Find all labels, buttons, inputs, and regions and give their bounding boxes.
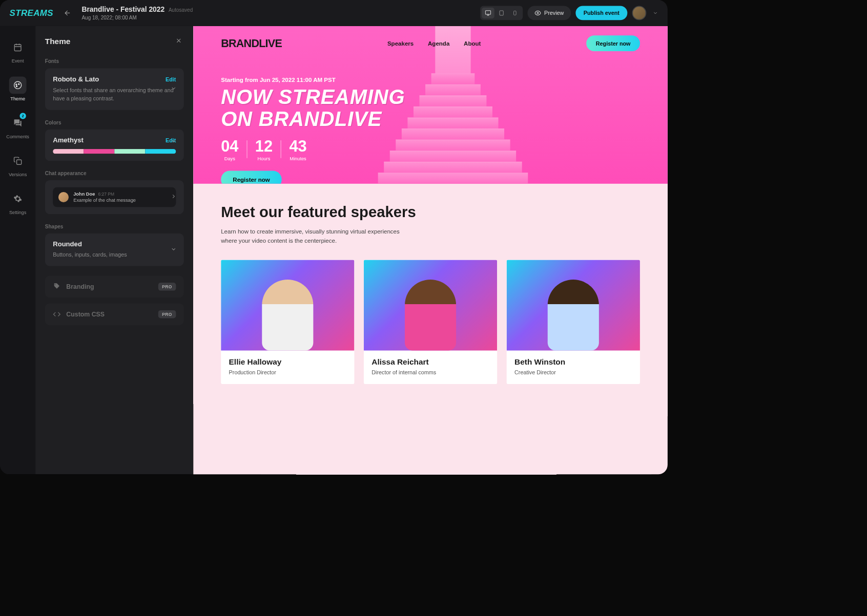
hero-headline-1: NOW STREAMING bbox=[221, 87, 640, 108]
close-panel-button[interactable] bbox=[174, 35, 184, 47]
preview-button[interactable]: Preview bbox=[528, 6, 571, 20]
device-desktop-button[interactable] bbox=[482, 8, 494, 19]
autosaved-label: Autosaved bbox=[169, 7, 193, 13]
user-avatar[interactable] bbox=[632, 6, 647, 20]
nav-speakers[interactable]: Speakers bbox=[387, 40, 414, 47]
fonts-card[interactable]: Roboto & Lato Edit Select fonts that sha… bbox=[45, 68, 184, 110]
count-mins: 43 bbox=[289, 137, 306, 155]
starting-text: Starting from Jun 25, 2022 11:00 AM PST bbox=[221, 76, 640, 83]
nav-about[interactable]: About bbox=[464, 40, 481, 47]
speaker-card[interactable]: Beth Winston Creative Director bbox=[507, 260, 640, 384]
nav-settings[interactable]: Settings bbox=[0, 185, 35, 220]
color-swatches bbox=[53, 149, 176, 154]
countdown: 04 Days 12 Hours 43 Minutes bbox=[221, 137, 640, 161]
desktop-icon bbox=[485, 10, 491, 16]
device-tablet-button[interactable] bbox=[495, 8, 508, 19]
count-hours: 12 bbox=[255, 137, 273, 155]
hero-headline-2: ON BRANDLIVE bbox=[221, 108, 640, 130]
chevron-down-icon bbox=[171, 85, 177, 93]
shapes-title: Rounded bbox=[53, 241, 176, 248]
shapes-card[interactable]: Rounded Buttons, inputs, cards, images bbox=[45, 233, 184, 266]
event-date: Aug 18, 2022; 08:00 AM bbox=[81, 14, 472, 20]
colors-card[interactable]: Amethyst Edit bbox=[45, 130, 184, 161]
count-mins-label: Minutes bbox=[289, 156, 306, 161]
speaker-image bbox=[507, 260, 640, 350]
fonts-edit-link[interactable]: Edit bbox=[166, 76, 176, 82]
mobile-icon bbox=[512, 10, 517, 16]
color-swatch bbox=[114, 149, 145, 154]
app-logo: STREAMS bbox=[9, 8, 53, 18]
fonts-section-label: Fonts bbox=[45, 58, 184, 65]
sidebar-nav: Event Theme 2 Comments Versions Settings bbox=[0, 26, 35, 474]
nav-theme-label: Theme bbox=[10, 96, 25, 102]
chat-avatar bbox=[58, 192, 69, 202]
custom-css-item[interactable]: Custom CSS PRO bbox=[45, 303, 184, 325]
chat-card[interactable]: John Doe 6:27 PM Example of the chat mes… bbox=[45, 180, 184, 214]
chevron-down-icon bbox=[171, 138, 177, 146]
svg-rect-3 bbox=[500, 11, 503, 15]
svg-rect-6 bbox=[14, 45, 21, 51]
nav-event-label: Event bbox=[12, 58, 24, 64]
count-separator bbox=[246, 140, 247, 158]
speakers-section: Meet our featured speakers Learn how to … bbox=[193, 184, 668, 404]
speaker-card[interactable]: Alissa Reichart Director of internal com… bbox=[364, 260, 497, 384]
speaker-role: Creative Director bbox=[514, 369, 632, 375]
shapes-desc: Buttons, inputs, cards, images bbox=[53, 251, 176, 259]
preview-area: BRANDLIVE Speakers Agenda About Register… bbox=[193, 26, 668, 474]
count-hours-label: Hours bbox=[255, 156, 273, 161]
pro-badge: PRO bbox=[158, 310, 176, 318]
register-button-hero[interactable]: Register now bbox=[221, 171, 282, 184]
speaker-role: Director of internal comms bbox=[371, 369, 489, 375]
publish-button[interactable]: Publish event bbox=[575, 6, 627, 20]
speaker-name: Beth Winston bbox=[514, 357, 632, 367]
nav-theme[interactable]: Theme bbox=[0, 72, 35, 107]
fonts-desc: Select fonts that share an overarching t… bbox=[53, 87, 176, 103]
pro-badge: PRO bbox=[158, 283, 176, 290]
speaker-name: Ellie Halloway bbox=[229, 357, 346, 367]
colors-title: Amethyst bbox=[53, 136, 84, 144]
shapes-section-label: Shapes bbox=[45, 224, 184, 230]
speakers-sub-1: Learn how to create immersive, visually … bbox=[221, 227, 418, 236]
speaker-role: Production Director bbox=[229, 369, 346, 375]
site-nav: Speakers Agenda About bbox=[387, 40, 481, 47]
chevron-down-icon bbox=[171, 246, 177, 253]
site-header: BRANDLIVE Speakers Agenda About Register… bbox=[193, 26, 668, 61]
register-button-header[interactable]: Register now bbox=[586, 35, 640, 51]
nav-event[interactable]: Event bbox=[0, 34, 35, 69]
back-button[interactable] bbox=[61, 7, 74, 19]
svg-point-5 bbox=[537, 12, 539, 14]
nav-comments-label: Comments bbox=[6, 134, 29, 140]
chevron-down-icon[interactable] bbox=[653, 10, 658, 16]
arrow-left-icon bbox=[64, 9, 71, 17]
color-swatch bbox=[53, 149, 84, 154]
nav-versions-label: Versions bbox=[9, 172, 27, 178]
nav-comments[interactable]: 2 Comments bbox=[0, 110, 35, 144]
calendar-icon bbox=[13, 43, 22, 52]
chat-message: Example of the chat message bbox=[73, 198, 170, 203]
eye-icon bbox=[534, 10, 541, 16]
panel-title: Theme bbox=[45, 37, 71, 46]
close-icon bbox=[175, 37, 182, 44]
branding-item[interactable]: Branding PRO bbox=[45, 275, 184, 298]
chevron-right-icon bbox=[171, 193, 177, 201]
svg-point-13 bbox=[16, 86, 17, 87]
speaker-grid: Ellie Halloway Production Director Aliss… bbox=[221, 260, 640, 384]
tag-icon bbox=[53, 283, 60, 290]
speaker-card[interactable]: Ellie Halloway Production Director bbox=[221, 260, 354, 384]
css-label: Custom CSS bbox=[66, 311, 105, 318]
chat-section-label: Chat appearance bbox=[45, 171, 184, 177]
nav-versions[interactable]: Versions bbox=[0, 147, 35, 182]
fonts-title: Roboto & Lato bbox=[53, 75, 99, 83]
nav-agenda[interactable]: Agenda bbox=[428, 40, 449, 47]
event-title: Brandlive - Festival 2022 bbox=[81, 6, 164, 14]
svg-point-12 bbox=[18, 83, 19, 84]
chat-time: 6:27 PM bbox=[98, 192, 114, 196]
svg-point-10 bbox=[14, 81, 22, 89]
speakers-heading: Meet our featured speakers bbox=[221, 203, 640, 220]
color-swatch bbox=[84, 149, 114, 154]
count-days-label: Days bbox=[221, 156, 238, 161]
count-days: 04 bbox=[221, 137, 238, 155]
speakers-sub-2: where your video content is the centerpi… bbox=[221, 236, 418, 245]
device-mobile-button[interactable] bbox=[509, 8, 522, 19]
svg-rect-4 bbox=[514, 11, 517, 15]
